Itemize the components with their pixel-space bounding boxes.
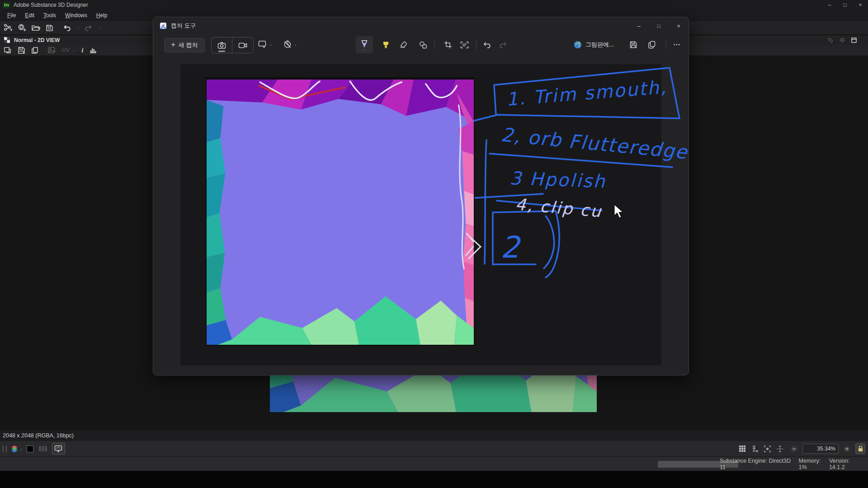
info-icon[interactable]: i [81,47,83,54]
new-package-icon[interactable] [18,23,26,32]
undo-dropdown-chevron[interactable]: ⌄ [76,25,80,30]
save-view-icon[interactable] [18,47,25,54]
snip-undo-button[interactable] [478,36,495,53]
redo-icon[interactable] [85,24,93,32]
grid-display-icon[interactable] [739,445,746,452]
background-color-swatch[interactable] [27,446,33,452]
link-panel-icon[interactable] [827,37,834,43]
uv-dropdown-chevron-disabled: ⌄ [72,48,76,52]
copy-snip-button[interactable] [643,36,660,53]
paint-palette-icon [574,41,582,49]
undo-icon[interactable] [63,24,71,32]
designer-minimize-button[interactable]: – [822,0,837,9]
snip-minimize-button[interactable]: – [629,17,649,34]
save-all-icon[interactable] [46,24,54,32]
shape-select-chevron: ⌄ [269,42,273,47]
shapes-tool[interactable] [415,36,432,53]
channels-dropdown-chevron[interactable]: ⌄ [19,446,23,451]
ballpoint-pen-icon [361,40,368,48]
menu-file[interactable]: File [3,11,20,20]
snip-maximize-button[interactable]: □ [649,17,669,34]
menu-windows[interactable]: Windows [61,11,92,20]
video-camera-icon [238,42,247,49]
plus-icon: + [171,41,175,49]
fit-view-icon[interactable] [764,445,771,453]
snip-shape-select[interactable]: ⌄ [258,40,273,48]
view-options-row: ⌄ [0,441,868,456]
uv-mode-label-disabled: UV [62,47,70,53]
ellipsis-icon: ••• [674,42,680,47]
toolbar-grip-handle[interactable] [3,446,7,452]
zoom-level-field[interactable]: 35.34% [802,444,839,454]
copy-icon [648,41,656,49]
crop-icon [444,41,452,49]
text-actions-tool[interactable] [456,36,473,53]
new-capture-button[interactable]: + 새 캡처 [164,38,205,52]
save-snip-button[interactable] [625,36,642,53]
shapes-icon [419,41,427,49]
open-folder-icon[interactable] [32,24,40,31]
menu-help[interactable]: Help [92,11,112,20]
snip-titlebar[interactable]: 캡처 도구 – □ × [153,17,689,34]
snip-undo-icon [482,41,491,49]
capture-mode-toggle [211,37,254,53]
image-info-text: 2048 x 2048 (RGBA, 16bpc) [3,432,74,439]
status-bar: Substance Engine: Direct3D 11 Memory: 1%… [0,456,868,471]
snip-redo-icon [500,41,508,49]
timer-off-icon [283,40,292,48]
edit-in-paint-label: 그림판에... [585,41,614,49]
status-version: Version: 14.1.2 [829,458,865,470]
pin-panel-icon[interactable] [839,37,845,43]
snipping-tool-window: 캡처 도구 – □ × + 새 캡처 [153,17,689,375]
channels-stack-icon[interactable] [11,445,19,453]
designer-maximize-button[interactable]: □ [837,0,853,9]
rectangle-select-icon [258,40,267,48]
lock-icon [858,446,863,452]
ballpoint-pen-tool-selected[interactable]: ⌄ [356,36,373,53]
see-more-button[interactable]: ••• [669,36,686,53]
mannequin-scale-icon[interactable] [751,445,759,453]
captured-image[interactable] [206,77,475,346]
zoom-out-button[interactable] [791,446,797,452]
substance-designer-logo-icon: Ds [3,2,10,9]
float-panel-icon[interactable] [851,37,857,43]
video-mode[interactable] [232,38,253,53]
snipping-tool-app-icon [160,22,167,30]
status-memory: Memory: 1% [799,458,829,470]
screen: Ds Adobe Substance 3D Designer – □ × Fil… [0,0,868,488]
redo-dropdown-chevron[interactable]: ⌄ [98,25,102,30]
designer-close-button[interactable]: × [853,0,868,9]
snip-delay-select[interactable]: ⌄ [283,40,297,48]
menu-edit[interactable]: Edit [20,11,39,20]
highlighter-tool[interactable] [377,36,394,53]
checker-panel-icon [4,37,10,43]
crop-tool[interactable] [439,36,457,53]
panel-title: Normal - 2D VIEW [14,37,60,43]
status-engine: Substance Engine: Direct3D 11 [720,458,795,470]
zoom-in-button[interactable] [844,446,850,452]
designer-titlebar: Ds Adobe Substance 3D Designer – □ × [0,0,868,10]
duplicate-view-icon[interactable] [4,47,12,54]
histogram-icon[interactable] [89,47,97,54]
eraser-icon [400,41,408,49]
color-display-toggle-selected[interactable] [52,443,65,455]
designer-window-title: Adobe Substance 3D Designer [14,2,88,8]
edit-in-paint-button[interactable]: 그림판에... [574,39,614,51]
pan-view-icon[interactable] [776,445,784,453]
snip-window-title: 캡처 도구 [171,22,196,30]
eraser-tool[interactable] [395,36,412,53]
text-actions-icon [460,41,469,49]
monitor-rgb-icon [54,445,62,452]
copy-image-icon[interactable] [31,47,39,54]
share-graph-icon[interactable] [4,23,12,32]
menu-tools[interactable]: Tools [39,11,61,20]
camera-icon [217,42,226,49]
new-capture-label: 새 캡처 [179,41,198,49]
highlighter-icon [382,41,390,49]
save-icon [629,41,637,49]
zoom-lock-toggle[interactable] [855,443,865,454]
tiling-columns-icon-disabled [38,445,47,452]
screenshot-mode-selected[interactable] [212,38,232,53]
snip-close-button[interactable]: × [669,17,689,34]
zoom-level-value: 35.34% [817,446,835,452]
